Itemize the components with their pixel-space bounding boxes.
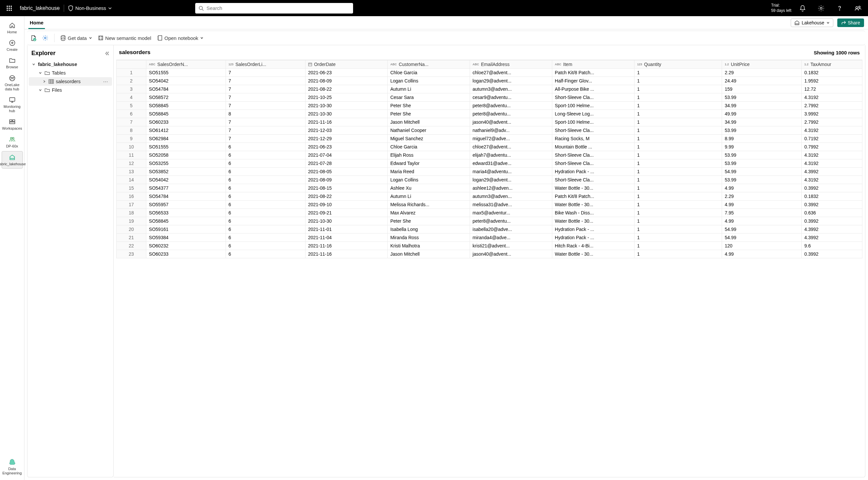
data-cell[interactable]: Jason Mitchell xyxy=(388,250,470,258)
data-cell[interactable]: 53.99 xyxy=(722,159,802,168)
table-row[interactable]: 1SO5155572021-06-23Chloe Garciachloe27@a… xyxy=(117,69,862,77)
data-cell[interactable]: Long-Sleeve Log... xyxy=(552,110,634,118)
data-cell[interactable]: 0.3992 xyxy=(802,250,862,258)
data-cell[interactable]: Short-Sleeve Cla... xyxy=(552,151,634,159)
data-cell[interactable]: 1 xyxy=(634,102,722,110)
table-row[interactable]: 13SO5385262021-08-05Maria Reedmaria4@adv… xyxy=(117,168,862,176)
data-cell[interactable]: SO52058 xyxy=(146,151,225,159)
data-cell[interactable]: 6 xyxy=(225,176,305,184)
data-cell[interactable]: SO59384 xyxy=(146,234,225,242)
data-cell[interactable]: Ashlee Xu xyxy=(388,184,470,192)
data-cell[interactable]: ashlee12@adven... xyxy=(470,184,552,192)
open-notebook-button[interactable]: Open notebook xyxy=(157,35,204,41)
data-cell[interactable]: 0.1832 xyxy=(802,69,862,77)
data-cell[interactable]: 7 xyxy=(225,118,305,126)
column-header[interactable]: ABCEmailAddress xyxy=(470,60,552,69)
table-row[interactable]: 10SO5155562021-06-23Chloe Garciachloe27@… xyxy=(117,143,862,151)
table-row[interactable]: 21SO5938462021-11-04Miranda Rossmiranda4… xyxy=(117,234,862,242)
table-row[interactable]: 22SO6023262021-11-16Kristi Malhotrakrist… xyxy=(117,242,862,250)
help-button[interactable] xyxy=(832,1,847,15)
data-cell[interactable]: Short-Sleeve Cla... xyxy=(552,126,634,135)
data-cell[interactable]: 2.7992 xyxy=(802,102,862,110)
table-row[interactable]: 18SO5653362021-09-21Max Alvarezmax5@adve… xyxy=(117,209,862,217)
table-row[interactable]: 4SO5857272021-10-25Cesar Saracesar9@adve… xyxy=(117,93,862,102)
data-cell[interactable]: autumn3@adven... xyxy=(470,85,552,93)
data-cell[interactable]: logan29@advent... xyxy=(470,176,552,184)
data-cell[interactable]: 6 xyxy=(225,250,305,258)
data-cell[interactable]: 4.3192 xyxy=(802,151,862,159)
lakehouse-mode-dropdown[interactable]: Lakehouse xyxy=(791,19,833,27)
app-launcher-icon[interactable] xyxy=(3,6,16,11)
data-cell[interactable]: SO60233 xyxy=(146,118,225,126)
data-cell[interactable]: SO53255 xyxy=(146,159,225,168)
data-cell[interactable]: 34.99 xyxy=(722,118,802,126)
data-cell[interactable]: SO60233 xyxy=(146,250,225,258)
column-header[interactable]: 1.2TaxAmour xyxy=(802,60,862,69)
table-row[interactable]: 17SO5595762021-09-10Melissa Richards...m… xyxy=(117,201,862,209)
data-cell[interactable]: 2021-08-22 xyxy=(305,85,388,93)
data-cell[interactable]: 2021-08-05 xyxy=(305,168,388,176)
data-cell[interactable]: SO54784 xyxy=(146,192,225,201)
data-cell[interactable]: 6 xyxy=(225,192,305,201)
data-cell[interactable]: 1 xyxy=(634,250,722,258)
data-cell[interactable]: 1 xyxy=(634,225,722,234)
data-cell[interactable]: Water Bottle - 30... xyxy=(552,250,634,258)
data-cell[interactable]: jason40@advent... xyxy=(470,118,552,126)
data-cell[interactable]: 2021-09-21 xyxy=(305,209,388,217)
data-cell[interactable]: 2021-11-04 xyxy=(305,234,388,242)
data-cell[interactable]: 2021-09-10 xyxy=(305,201,388,209)
data-cell[interactable]: Max Alvarez xyxy=(388,209,470,217)
data-cell[interactable]: 4.99 xyxy=(722,201,802,209)
table-row[interactable]: 14SO5404262021-08-09Logan Collinslogan29… xyxy=(117,176,862,184)
data-cell[interactable]: 2.29 xyxy=(722,192,802,201)
data-cell[interactable]: 2021-11-16 xyxy=(305,250,388,258)
data-cell[interactable]: 1 xyxy=(634,184,722,192)
data-cell[interactable]: 159 xyxy=(722,85,802,93)
data-cell[interactable]: 0.3992 xyxy=(802,217,862,225)
column-header[interactable]: OrderDate xyxy=(305,60,388,69)
data-cell[interactable]: Miguel Sanchez xyxy=(388,135,470,143)
data-cell[interactable]: 1 xyxy=(634,168,722,176)
table-row[interactable]: 15SO5437762021-08-15Ashlee Xuashlee12@ad… xyxy=(117,184,862,192)
data-cell[interactable]: 2021-07-28 xyxy=(305,159,388,168)
data-cell[interactable]: 4.3192 xyxy=(802,126,862,135)
search-input[interactable] xyxy=(207,5,350,11)
data-cell[interactable]: Patch Kit/8 Patch... xyxy=(552,192,634,201)
data-cell[interactable]: 6 xyxy=(225,225,305,234)
data-cell[interactable]: 0.7192 xyxy=(802,135,862,143)
rail-item-create[interactable]: Create xyxy=(2,37,23,54)
table-row[interactable]: 9SO6298472021-12-29Miguel Sanchezmiguel7… xyxy=(117,135,862,143)
data-cell[interactable]: 53.99 xyxy=(722,93,802,102)
data-cell[interactable]: Edward Taylor xyxy=(388,159,470,168)
data-cell[interactable]: Short-Sleeve Cla... xyxy=(552,159,634,168)
data-cell[interactable]: 7 xyxy=(225,135,305,143)
global-search[interactable] xyxy=(195,3,353,13)
data-cell[interactable]: Water Bottle - 30... xyxy=(552,184,634,192)
data-cell[interactable]: Sport-100 Helme... xyxy=(552,118,634,126)
data-cell[interactable]: 49.99 xyxy=(722,110,802,118)
table-row[interactable]: 11SO5205862021-07-04Elijah Rosselijah7@a… xyxy=(117,151,862,159)
data-cell[interactable]: max5@adventur... xyxy=(470,209,552,217)
data-cell[interactable]: 0.3992 xyxy=(802,184,862,192)
data-cell[interactable]: 2021-12-03 xyxy=(305,126,388,135)
data-cell[interactable]: 4.99 xyxy=(722,184,802,192)
data-cell[interactable]: chloe27@advent... xyxy=(470,143,552,151)
data-cell[interactable]: Isabella Long xyxy=(388,225,470,234)
data-cell[interactable]: 1 xyxy=(634,93,722,102)
data-cell[interactable]: 7 xyxy=(225,126,305,135)
data-cell[interactable]: 54.99 xyxy=(722,168,802,176)
table-row[interactable]: 16SO5478462021-08-22Autumn Liautumn3@adv… xyxy=(117,192,862,201)
data-cell[interactable]: 1 xyxy=(634,234,722,242)
data-cell[interactable]: 1 xyxy=(634,159,722,168)
data-cell[interactable]: isabella20@adve... xyxy=(470,225,552,234)
data-cell[interactable]: chloe27@advent... xyxy=(470,69,552,77)
data-cell[interactable]: Chloe Garcia xyxy=(388,69,470,77)
data-cell[interactable]: nathaniel9@adv... xyxy=(470,126,552,135)
data-cell[interactable]: 1 xyxy=(634,85,722,93)
column-header[interactable]: 1.2UnitPrice xyxy=(722,60,802,69)
data-cell[interactable]: 1 xyxy=(634,242,722,250)
tree-lakehouse-root[interactable]: fabric_lakehouse xyxy=(29,60,112,69)
data-cell[interactable]: peter8@adventu... xyxy=(470,110,552,118)
data-cell[interactable]: miguel72@adve... xyxy=(470,135,552,143)
table-row[interactable]: 23SO6023362021-11-16Jason Mitchelljason4… xyxy=(117,250,862,258)
